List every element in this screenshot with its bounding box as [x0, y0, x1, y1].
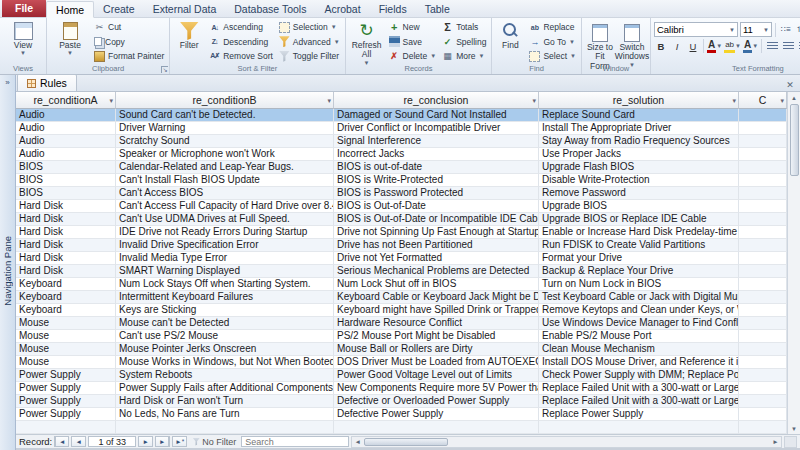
- table-cell[interactable]: [739, 187, 787, 200]
- table-cell[interactable]: Audio: [16, 135, 116, 148]
- table-cell[interactable]: Backup & Replace Your Drive: [539, 265, 739, 278]
- table-cell[interactable]: Use Proper Jacks: [539, 148, 739, 161]
- table-cell[interactable]: Replace Sound Card: [539, 109, 739, 122]
- table-cell[interactable]: Mouse: [16, 356, 116, 369]
- table-cell[interactable]: Can't use PS/2 Mouse: [116, 330, 334, 343]
- table-cell[interactable]: [739, 369, 787, 382]
- table-cell[interactable]: Power Supply Fails after Additional Comp…: [116, 382, 334, 395]
- table-cell[interactable]: Keyboard Cable or Keyboard Jack Might be…: [334, 291, 539, 304]
- column-dropdown-icon[interactable]: ▾: [532, 97, 536, 105]
- table-cell[interactable]: [739, 265, 787, 278]
- highlight-color-button[interactable]: ab▼: [724, 39, 741, 53]
- bullets-button[interactable]: ∷≡: [779, 23, 793, 37]
- table-cell[interactable]: Driver Conflict or Incompatible Driver: [334, 122, 539, 135]
- table-cell[interactable]: [739, 304, 787, 317]
- table-cell[interactable]: [334, 421, 539, 434]
- table-cell[interactable]: Format your Drive: [539, 252, 739, 265]
- tab-external-data[interactable]: External Data: [144, 0, 226, 17]
- table-row[interactable]: KeyboardNum Lock Stays Off when Starting…: [16, 278, 787, 291]
- table-cell[interactable]: Hard Disk: [16, 200, 116, 213]
- font-size-combo[interactable]: 11 ▼: [740, 22, 772, 37]
- table-cell[interactable]: Invalid Media Type Error: [116, 252, 334, 265]
- table-cell[interactable]: Upgrade Flash BIOS: [539, 161, 739, 174]
- vertical-scroll-thumb[interactable]: [790, 104, 799, 176]
- table-cell[interactable]: [16, 421, 116, 434]
- table-cell[interactable]: Keyboard: [16, 291, 116, 304]
- select-button[interactable]: Select ▼: [527, 49, 578, 64]
- align-center-button[interactable]: [781, 39, 795, 53]
- spelling-button[interactable]: ✓ Spelling: [440, 35, 488, 50]
- table-cell[interactable]: [739, 239, 787, 252]
- table-cell[interactable]: Speaker or Microphone won't Work: [116, 148, 334, 161]
- table-row[interactable]: Power SupplyNo Leds, No Fans are TurnDef…: [16, 408, 787, 421]
- table-cell[interactable]: Mouse Ball or Rollers are Dirty: [334, 343, 539, 356]
- table-cell[interactable]: BIOS: [16, 187, 116, 200]
- tab-acrobat[interactable]: Acrobat: [315, 0, 369, 17]
- table-cell[interactable]: Can't Use UDMA Drives at Full Speed.: [116, 213, 334, 226]
- scroll-down-icon[interactable]: ▼: [791, 423, 797, 434]
- refresh-all-button[interactable]: ↻ Refresh All ▼: [349, 20, 385, 66]
- delete-button[interactable]: ✗ Delete ▼: [387, 49, 439, 64]
- table-cell[interactable]: BIOS is Out-of-Date: [334, 200, 539, 213]
- table-cell[interactable]: New Components Require more 5V Power tha…: [334, 382, 539, 395]
- table-cell[interactable]: DOS Driver Must be Loaded from AUTOEXEC.…: [334, 356, 539, 369]
- first-record-button[interactable]: ◄: [54, 436, 69, 447]
- table-cell[interactable]: [739, 291, 787, 304]
- table-cell[interactable]: Defective Power Supply: [334, 408, 539, 421]
- horizontal-scrollbar[interactable]: ◄ ►: [351, 436, 782, 448]
- paste-button[interactable]: Paste ▼: [50, 20, 90, 57]
- table-cell[interactable]: Hard Disk or Fan won't Turn: [116, 395, 334, 408]
- dialog-launcher-icon[interactable]: ↘: [161, 66, 168, 73]
- table-row[interactable]: AudioScratchy SoundSignal InterferenceSt…: [16, 135, 787, 148]
- table-cell[interactable]: Can't Install Flash BIOS Update: [116, 174, 334, 187]
- table-row[interactable]: AudioSound Card can't be Detected.Damage…: [16, 109, 787, 122]
- table-row[interactable]: Hard DiskSMART Warning DisplayedSerious …: [16, 265, 787, 278]
- table-cell[interactable]: Invalid Drive Specification Error: [116, 239, 334, 252]
- table-cell[interactable]: Enable or Increase Hard Disk Predelay-ti…: [539, 226, 739, 239]
- descending-button[interactable]: Z↓ Descending: [207, 35, 275, 50]
- italic-button[interactable]: I: [670, 39, 684, 53]
- current-record-box[interactable]: 1 of 33: [88, 436, 136, 447]
- table-cell[interactable]: [739, 356, 787, 369]
- table-cell[interactable]: Defective or Overloaded Power Supply: [334, 395, 539, 408]
- selection-button[interactable]: Selection ▼: [277, 20, 342, 35]
- table-cell[interactable]: [739, 408, 787, 421]
- align-left-button[interactable]: [765, 39, 779, 53]
- copy-button[interactable]: Copy: [92, 35, 166, 50]
- last-record-button[interactable]: ►: [155, 436, 170, 447]
- table-cell[interactable]: Drive not Spinning Up Fast Enough at Sta…: [334, 226, 539, 239]
- table-row[interactable]: Hard DiskIDE Drive not Ready Errors Duri…: [16, 226, 787, 239]
- vertical-scrollbar[interactable]: ▲ ▼: [787, 92, 800, 434]
- table-cell[interactable]: [116, 421, 334, 434]
- table-row[interactable]: MouseMouse Pointer Jerks OnscreenMouse B…: [16, 343, 787, 356]
- table-cell[interactable]: Keyboard: [16, 304, 116, 317]
- table-cell[interactable]: Incorrect Jacks: [334, 148, 539, 161]
- table-cell[interactable]: Damaged or Sound Card Not Installed: [334, 109, 539, 122]
- table-cell[interactable]: [739, 213, 787, 226]
- table-cell[interactable]: Replace Power Supply: [539, 408, 739, 421]
- table-row[interactable]: Hard DiskCan't Access Full Capacity of H…: [16, 200, 787, 213]
- table-row[interactable]: MouseCan't use PS/2 MousePS/2 Mouse Port…: [16, 330, 787, 343]
- table-cell[interactable]: Install The Appropriate Driver: [539, 122, 739, 135]
- column-header-re_conclusion[interactable]: re_conclusion▾: [334, 92, 539, 109]
- column-header-C[interactable]: C▾: [739, 92, 787, 109]
- table-row[interactable]: AudioDriver WarningDriver Conflict or In…: [16, 122, 787, 135]
- table-cell[interactable]: Hard Disk: [16, 213, 116, 226]
- table-cell[interactable]: [739, 109, 787, 122]
- table-cell[interactable]: Run FDISK to Create Valid Partitions: [539, 239, 739, 252]
- font-name-combo[interactable]: Calibri ▼: [654, 22, 738, 37]
- table-cell[interactable]: Hard Disk: [16, 252, 116, 265]
- filter-button[interactable]: Filter: [173, 20, 205, 50]
- table-cell[interactable]: Install DOS Mouse Driver, and Reference …: [539, 356, 739, 369]
- table-cell[interactable]: [739, 174, 787, 187]
- tab-home[interactable]: Home: [46, 1, 94, 18]
- table-cell[interactable]: BIOS is Write-Protected: [334, 174, 539, 187]
- table-cell[interactable]: Clean Mouse Mechanism: [539, 343, 739, 356]
- format-painter-button[interactable]: Format Painter: [92, 49, 166, 64]
- tab-fields[interactable]: Fields: [370, 0, 416, 17]
- table-cell[interactable]: Power Good Voltage Level out of Limits: [334, 369, 539, 382]
- table-cell[interactable]: Num Lock Shut off in BIOS: [334, 278, 539, 291]
- numbering-button[interactable]: ⒈≡: [795, 23, 800, 37]
- table-cell[interactable]: Intermittent Keyboard Failures: [116, 291, 334, 304]
- table-cell[interactable]: [739, 122, 787, 135]
